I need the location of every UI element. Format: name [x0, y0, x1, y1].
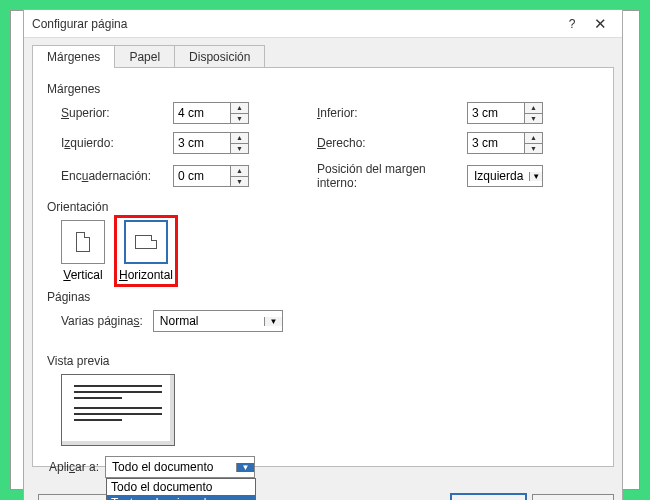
titlebar: Configurar página ? ✕ — [24, 10, 622, 38]
spin-right[interactable]: ▲▼ — [467, 132, 543, 154]
dropdown-apply-to-list: Todo el documento Texto seleccionado — [106, 478, 256, 500]
tab-panel-margins: Márgenes Superior: ▲▼ Inferior: ▲▼ Izqui… — [32, 67, 614, 467]
section-margins-label: Márgenes — [47, 82, 599, 96]
spin-down-icon[interactable]: ▼ — [525, 114, 542, 124]
label-top: Superior: — [61, 106, 173, 120]
tab-layout[interactable]: Disposición — [174, 45, 265, 68]
spin-down-icon[interactable]: ▼ — [231, 177, 248, 187]
label-left: Izquierdo: — [61, 136, 173, 150]
page-setup-dialog: Configurar página ? ✕ Márgenes Papel Dis… — [23, 9, 623, 500]
label-multi-pages: Varias páginas: — [61, 314, 143, 328]
input-right[interactable] — [468, 133, 524, 153]
tab-strip: Márgenes Papel Disposición — [24, 38, 622, 67]
label-apply-to: Aplicar a: — [49, 460, 99, 474]
tab-margins[interactable]: Márgenes — [32, 45, 115, 68]
spin-up-icon[interactable]: ▲ — [525, 103, 542, 114]
spin-down-icon[interactable]: ▼ — [231, 144, 248, 154]
input-top[interactable] — [174, 103, 230, 123]
preview-thumbnail — [61, 374, 175, 446]
spin-down-icon[interactable]: ▼ — [525, 144, 542, 154]
close-button[interactable]: ✕ — [586, 15, 614, 33]
chevron-down-icon: ▼ — [264, 317, 282, 326]
chevron-down-icon: ▼ — [236, 463, 254, 472]
dropdown-apply-to[interactable]: Todo el documento ▼ Todo el documento Te… — [105, 456, 255, 478]
input-left[interactable] — [174, 133, 230, 153]
input-gutter[interactable] — [174, 166, 230, 186]
dropdown-gutter-pos[interactable]: Izquierda▼ — [467, 165, 543, 187]
label-right: Derecho: — [317, 136, 467, 150]
orientation-vertical[interactable]: Vertical — [61, 220, 105, 282]
spin-up-icon[interactable]: ▲ — [231, 133, 248, 144]
dialog-title: Configurar página — [32, 17, 558, 31]
spin-down-icon[interactable]: ▼ — [231, 114, 248, 124]
tab-paper[interactable]: Papel — [114, 45, 175, 68]
cancel-button[interactable]: Cancelar — [532, 494, 614, 500]
spin-up-icon[interactable]: ▲ — [525, 133, 542, 144]
page-portrait-icon — [76, 232, 90, 252]
label-bottom: Inferior: — [317, 106, 467, 120]
spin-top[interactable]: ▲▼ — [173, 102, 249, 124]
apply-option-all[interactable]: Todo el documento — [107, 479, 255, 495]
label-gutter: Encuadernación: — [61, 169, 173, 183]
help-button[interactable]: ? — [558, 17, 586, 31]
spin-bottom[interactable]: ▲▼ — [467, 102, 543, 124]
dropdown-multi-pages[interactable]: Normal▼ — [153, 310, 283, 332]
ok-button[interactable]: Aceptar — [451, 494, 526, 500]
apply-option-selected-text[interactable]: Texto seleccionado — [107, 495, 255, 500]
section-pages-label: Páginas — [47, 290, 599, 304]
orientation-horizontal[interactable]: Horizontal — [119, 220, 173, 282]
spin-up-icon[interactable]: ▲ — [231, 103, 248, 114]
spin-gutter[interactable]: ▲▼ — [173, 165, 249, 187]
section-orientation-label: Orientación — [47, 200, 599, 214]
label-gutter-pos: Posición del margen interno: — [317, 162, 467, 190]
section-preview-label: Vista previa — [47, 354, 599, 368]
spin-up-icon[interactable]: ▲ — [231, 166, 248, 177]
page-landscape-icon — [135, 235, 157, 249]
input-bottom[interactable] — [468, 103, 524, 123]
spin-left[interactable]: ▲▼ — [173, 132, 249, 154]
chevron-down-icon: ▼ — [529, 172, 542, 181]
